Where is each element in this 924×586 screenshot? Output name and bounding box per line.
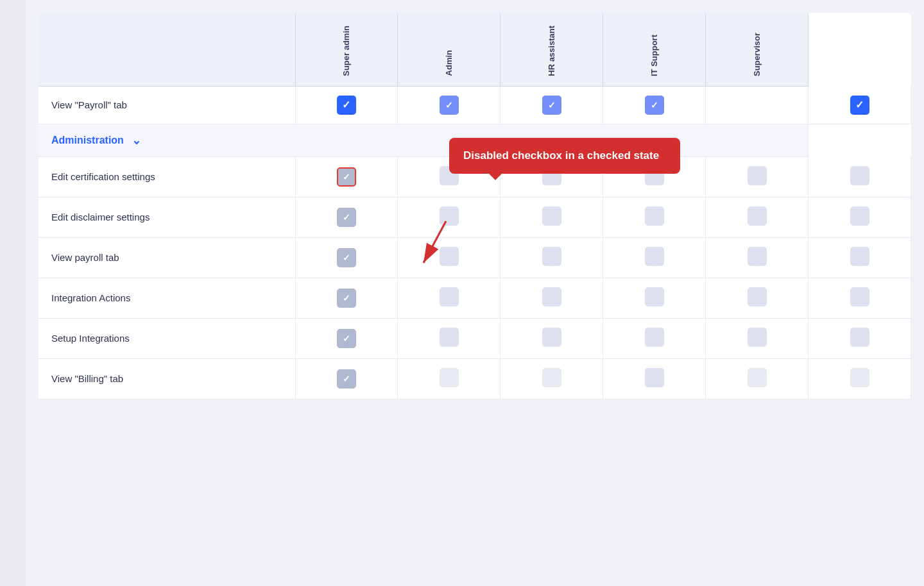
col-admin-header: Admin (398, 13, 501, 86)
col-it-support-header: IT Support (603, 13, 706, 86)
checkbox-disabled-checked (337, 208, 356, 227)
checkbox-cell-r7-c5[interactable] (809, 358, 911, 399)
table-row: Setup Integrations (38, 318, 911, 358)
checkbox-cell-r0-c3[interactable] (603, 86, 706, 124)
checkbox-unchecked[interactable] (440, 206, 459, 226)
permission-label-cell: Edit disclaimer settings (38, 197, 295, 237)
checkbox-disabled-checked-highlighted (337, 167, 356, 187)
checkbox-cell-r6-c3[interactable] (603, 318, 706, 358)
checkbox-unchecked-light[interactable] (748, 368, 767, 387)
checkbox-unchecked[interactable] (542, 287, 561, 306)
checkbox-unchecked[interactable] (748, 247, 767, 266)
checkbox-cell-r3-c0[interactable] (295, 197, 398, 237)
checkbox-unchecked[interactable] (542, 206, 561, 226)
checkbox-cell-r0-c4 (706, 86, 809, 124)
checkbox-cell-r4-c4[interactable] (706, 237, 809, 278)
checkbox-cell-r6-c2[interactable] (501, 318, 603, 358)
table-row: View payroll tab (38, 237, 911, 278)
checkbox-unchecked[interactable] (440, 328, 459, 347)
checkbox-cell-r7-c2[interactable] (501, 358, 603, 399)
checkbox-cell-r3-c3[interactable] (603, 197, 706, 237)
checkbox-disabled-checked (337, 248, 356, 267)
hr-assistant-label: HR assistant (547, 21, 556, 76)
checkbox-unchecked-light[interactable] (850, 368, 869, 387)
checkbox-unchecked[interactable] (850, 287, 869, 306)
checkbox-unchecked[interactable] (748, 287, 767, 306)
checkbox-unchecked[interactable] (542, 328, 561, 347)
checkbox-cell-r5-c4[interactable] (706, 278, 809, 318)
checkbox-unchecked[interactable] (645, 247, 664, 266)
checkbox-cell-r0-c1[interactable] (398, 86, 501, 124)
checkbox-cell-r2-c0[interactable] (295, 156, 398, 197)
table-row: View "Billing" tab (38, 358, 911, 399)
checkbox-enabled[interactable] (337, 96, 356, 115)
checkbox-unchecked[interactable] (645, 206, 664, 226)
checkbox-unchecked[interactable] (645, 328, 664, 347)
checkbox-cell-r4-c5[interactable] (809, 237, 911, 278)
checkbox-blue-disabled (645, 96, 664, 115)
checkbox-cell-r5-c3[interactable] (603, 278, 706, 318)
it-support-label: IT Support (649, 29, 659, 76)
checkbox-cell-r7-c0[interactable] (295, 358, 398, 399)
admin-label: Admin (444, 45, 454, 76)
checkbox-cell-r0-c2[interactable] (501, 86, 603, 124)
checkbox-cell-r7-c3[interactable] (603, 358, 706, 399)
checkbox-cell-r4-c1[interactable] (398, 237, 501, 278)
checkbox-unchecked[interactable] (645, 287, 664, 306)
checkbox-unchecked-light[interactable] (440, 368, 459, 387)
checkbox-cell-r5-c0[interactable] (295, 278, 398, 318)
checkbox-cell-r3-c5[interactable] (809, 197, 911, 237)
checkbox-cell-r0-c5[interactable] (809, 86, 911, 124)
permission-label-cell: Integration Actions (38, 278, 295, 318)
checkbox-cell-r3-c4[interactable] (706, 197, 809, 237)
checkbox-cell-r4-c2[interactable] (501, 237, 603, 278)
checkbox-cell-r7-c1[interactable] (398, 358, 501, 399)
checkbox-enabled[interactable] (850, 96, 869, 115)
checkbox-unchecked[interactable] (440, 287, 459, 306)
main-content: Disabled checkbox in a checked state Sup… (26, 0, 924, 586)
checkbox-cell-r2-c4[interactable] (706, 156, 809, 197)
checkbox-cell-r3-c1[interactable] (398, 197, 501, 237)
table-header-row: Super admin Admin HR assistant IT Suppor… (38, 13, 911, 86)
col-hr-assistant-header: HR assistant (501, 13, 603, 86)
checkbox-unchecked[interactable] (440, 247, 459, 266)
checkbox-cell-r2-c5[interactable] (809, 156, 911, 197)
permission-label-cell: Edit certification settings (38, 156, 295, 197)
checkbox-cell-r6-c4[interactable] (706, 318, 809, 358)
permission-label-cell: Setup Integrations (38, 318, 295, 358)
checkbox-cell-r0-c0[interactable] (295, 86, 398, 124)
checkbox-cell-r6-c1[interactable] (398, 318, 501, 358)
checkbox-cell-r7-c4[interactable] (706, 358, 809, 399)
checkbox-disabled-checked (337, 329, 356, 348)
chevron-down-icon[interactable]: ⌄ (132, 133, 141, 147)
checkbox-cell-r6-c0[interactable] (295, 318, 398, 358)
checkbox-cell-r5-c1[interactable] (398, 278, 501, 318)
checkbox-unchecked[interactable] (748, 328, 767, 347)
checkbox-unchecked[interactable] (748, 206, 767, 226)
permission-label-cell: View payroll tab (38, 237, 295, 278)
left-sidebar (0, 0, 26, 586)
checkbox-cell-r4-c0[interactable] (295, 237, 398, 278)
checkbox-unchecked[interactable] (748, 166, 767, 185)
checkbox-blue-disabled (440, 96, 459, 115)
col-supervisor-header: Supervisor (706, 13, 809, 86)
checkbox-cell-r3-c2[interactable] (501, 197, 603, 237)
col-permission-header (38, 13, 295, 86)
checkbox-unchecked[interactable] (850, 247, 869, 266)
checkbox-cell-r5-c5[interactable] (809, 278, 911, 318)
checkbox-disabled-checked (337, 289, 356, 308)
checkbox-cell-r6-c5[interactable] (809, 318, 911, 358)
checkbox-cell-r5-c2[interactable] (501, 278, 603, 318)
checkbox-unchecked-light[interactable] (542, 368, 561, 387)
checkbox-unchecked[interactable] (850, 206, 869, 226)
checkbox-unchecked[interactable] (850, 166, 869, 185)
checkbox-blue-disabled (542, 96, 561, 115)
tooltip-callout: Disabled checkbox in a checked state (449, 138, 680, 174)
checkbox-unchecked[interactable] (542, 247, 561, 266)
table-row: Edit disclaimer settings (38, 197, 911, 237)
table-body: View "Payroll" tab Administration ⌄ Edit… (38, 86, 911, 399)
permissions-matrix-table: Super admin Admin HR assistant IT Suppor… (38, 13, 911, 399)
checkbox-cell-r4-c3[interactable] (603, 237, 706, 278)
checkbox-unchecked[interactable] (850, 328, 869, 347)
checkbox-unchecked[interactable] (645, 368, 664, 387)
